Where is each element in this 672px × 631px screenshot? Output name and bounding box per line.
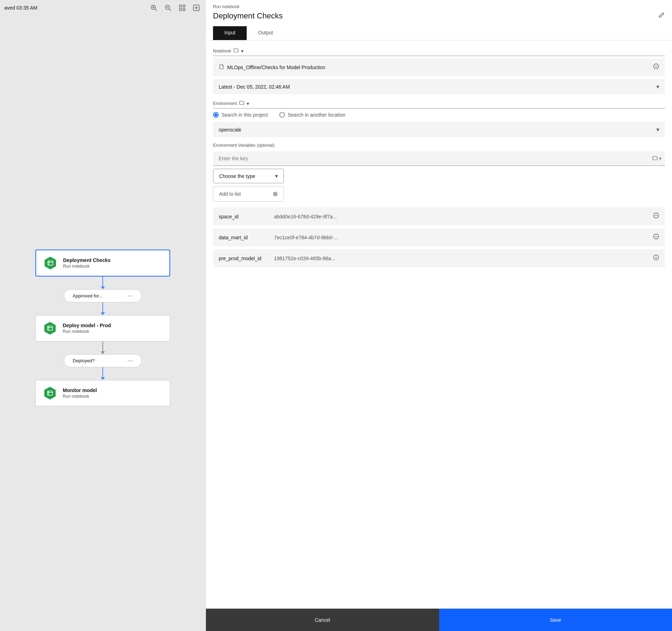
panel-footer: Cancel Save	[206, 608, 672, 631]
environment-section-label: Environment ▾	[213, 100, 665, 108]
notebook-folder-icon[interactable]	[233, 48, 239, 54]
gate-approved-label: Approved for...	[73, 293, 103, 298]
connector-arrow-1	[101, 286, 105, 289]
notebook-chevron-icon[interactable]: ▾	[241, 48, 243, 54]
autosave-label: aved 03:35 AM	[4, 5, 37, 11]
gate-approved[interactable]: Approved for... ⋯	[64, 289, 142, 302]
edit-button[interactable]	[658, 12, 665, 21]
node-icon-deploy-model-prod	[43, 321, 57, 335]
key-folder-icon[interactable]	[652, 155, 658, 162]
connector-line-1	[102, 277, 103, 286]
search-this-project-label: Search in this project	[222, 112, 268, 118]
zoom-out-button[interactable]	[163, 3, 173, 13]
env-var-key-pre-prod-model-id: pre_prod_model_id	[219, 256, 268, 261]
node-subtitle-monitor-model: Run notebook	[63, 394, 163, 399]
notebook-section-label: Notebook ▾	[213, 48, 665, 56]
svg-rect-9	[179, 9, 181, 11]
tab-input[interactable]: Input	[213, 26, 247, 40]
key-input-field[interactable]	[213, 151, 652, 166]
version-label: Latest - Dec 05, 2022, 02:46 AM	[219, 84, 290, 90]
key-chevron-icon[interactable]: ▾	[659, 156, 661, 161]
gate-deployed-label: Deployed?	[73, 358, 95, 363]
connector-4	[101, 367, 105, 380]
save-button[interactable]: Save	[439, 609, 672, 631]
search-another-location-radio[interactable]: Search in another location	[279, 112, 346, 118]
right-panel: Run notebook Deployment Checks Input Out…	[206, 0, 672, 631]
top-bar: aved 03:35 AM	[0, 0, 206, 16]
connector-3	[101, 341, 105, 354]
env-var-row-pre-prod-model-id: pre_prod_model_id 1981752e-c039-465b-88a…	[213, 249, 665, 267]
environment-section: Environment ▾ Search in this project Sea…	[213, 100, 665, 137]
type-placeholder-label: Choose the type	[219, 173, 255, 179]
env-vars-label: Environment Variables (optional)	[213, 143, 665, 148]
svg-rect-8	[183, 5, 185, 7]
env-var-value-data-mart-id: 7ec1ce0f-e784-4b7d-9bb0-...	[274, 235, 653, 240]
node-info-monitor-model: Monitor model Run notebook	[63, 387, 163, 399]
env-vars-section: Environment Variables (optional) ▾ Choos…	[213, 143, 665, 267]
node-info-deploy-model-prod: Deploy model - Prod Run notebook	[63, 323, 163, 334]
remove-data-mart-id-button[interactable]	[653, 233, 659, 241]
connector-line-4	[102, 367, 103, 377]
radio-circle-another-location	[279, 112, 285, 118]
panel-body: Notebook ▾ MLOps_Offline/Checks for Mode…	[206, 40, 672, 608]
remove-space-id-button[interactable]	[653, 212, 659, 220]
add-to-list-plus-icon: ⊕	[273, 190, 278, 198]
type-dropdown[interactable]: Choose the type ▾	[213, 169, 284, 183]
node-title-monitor-model: Monitor model	[63, 387, 163, 393]
svg-rect-10	[183, 9, 185, 11]
connector-arrow-3	[101, 351, 105, 354]
environment-value-dropdown[interactable]: openscale ▾	[213, 122, 665, 137]
env-var-row-space-id: space_id abdd0e16-678d-429e-9f7a...	[213, 207, 665, 225]
environment-folder-icon[interactable]	[239, 100, 245, 107]
node-deploy-model-prod[interactable]: Deploy model - Prod Run notebook	[35, 315, 170, 341]
environment-chevron-icon[interactable]: ▾	[247, 101, 249, 106]
node-monitor-model[interactable]: Monitor model Run notebook	[35, 380, 170, 406]
environment-chevron-down-icon: ▾	[656, 126, 659, 133]
search-location-radio-group: Search in this project Search in another…	[213, 112, 665, 118]
env-var-key-space-id: space_id	[219, 214, 268, 219]
gate-deployed-menu[interactable]: ⋯	[127, 357, 133, 364]
connector-line-3	[102, 341, 103, 351]
notebook-file-name: MLOps_Offline/Checks for Model Productio…	[227, 65, 325, 70]
connector-line-2	[102, 302, 103, 312]
zoom-in-button[interactable]	[149, 3, 159, 13]
gate-approved-menu[interactable]: ⋯	[127, 292, 133, 299]
panel-run-label: Run notebook	[213, 4, 665, 9]
env-var-value-pre-prod-model-id: 1981752e-c039-465b-88a...	[274, 256, 653, 261]
remove-notebook-button[interactable]	[653, 63, 659, 71]
node-icon-monitor-model	[43, 386, 57, 400]
tab-output[interactable]: Output	[247, 26, 284, 40]
search-another-location-label: Search in another location	[288, 112, 346, 118]
node-title-deployment-checks: Deployment Checks	[63, 257, 162, 263]
add-node-button[interactable]	[191, 3, 201, 13]
node-title-deploy-model-prod: Deploy model - Prod	[63, 323, 163, 328]
cancel-button[interactable]: Cancel	[206, 609, 439, 631]
version-dropdown[interactable]: Latest - Dec 05, 2022, 02:46 AM ▾	[213, 79, 665, 94]
svg-marker-18	[44, 322, 56, 335]
key-input-icons: ▾	[652, 155, 665, 162]
search-this-project-radio[interactable]: Search in this project	[213, 112, 268, 118]
node-deployment-checks[interactable]: Deployment Checks Run notebook	[35, 250, 170, 277]
tabs-row: Input Output	[213, 26, 665, 40]
node-subtitle-deployment-checks: Run notebook	[63, 264, 162, 269]
key-input-row: ▾	[213, 151, 665, 166]
panel-title: Deployment Checks	[213, 11, 283, 21]
connector-arrow-2	[101, 312, 105, 315]
fit-view-button[interactable]	[177, 3, 187, 13]
svg-line-1	[155, 9, 157, 11]
svg-marker-22	[44, 387, 56, 400]
gate-deployed[interactable]: Deployed? ⋯	[64, 354, 142, 367]
connector-2	[101, 302, 105, 315]
add-to-list-label: Add to list	[219, 191, 241, 197]
environment-value-label: openscale	[219, 127, 241, 133]
panel-title-row: Deployment Checks	[213, 11, 665, 25]
env-var-value-space-id: abdd0e16-678d-429e-9f7a...	[274, 214, 653, 219]
node-info-deployment-checks: Deployment Checks Run notebook	[63, 257, 162, 269]
notebook-file-item: MLOps_Offline/Checks for Model Productio…	[213, 58, 665, 76]
svg-rect-7	[179, 5, 181, 7]
add-to-list-button[interactable]: Add to list ⊕	[213, 186, 284, 202]
remove-pre-prod-model-id-button[interactable]	[653, 254, 659, 262]
toolbar	[149, 3, 201, 13]
env-var-row-data-mart-id: data_mart_id 7ec1ce0f-e784-4b7d-9bb0-...	[213, 228, 665, 246]
connector-arrow-4	[101, 377, 105, 380]
